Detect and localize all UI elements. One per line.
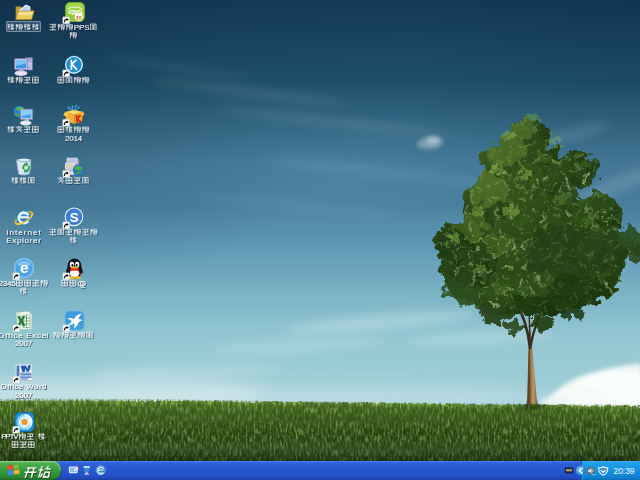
svg-text:QQ: QQ	[77, 279, 86, 288]
svg-text:2007: 2007	[15, 339, 33, 348]
svg-text:20:39: 20:39	[614, 466, 635, 476]
svg-text:2007: 2007	[15, 391, 33, 400]
svg-text:Explorer: Explorer	[6, 236, 41, 245]
svg-text:2014: 2014	[65, 134, 83, 143]
svg-text:PPTV: PPTV	[1, 432, 19, 441]
svg-text:PPS: PPS	[74, 23, 90, 32]
svg-text:e: e	[20, 259, 28, 276]
svg-text:S: S	[69, 210, 78, 225]
svg-text:2345: 2345	[0, 279, 16, 288]
